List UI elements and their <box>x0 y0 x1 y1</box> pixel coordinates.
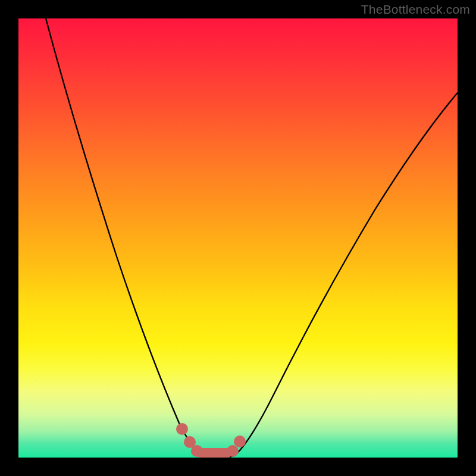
svg-point-4 <box>227 445 239 457</box>
chart-frame: TheBottleneck.com <box>0 0 476 476</box>
plot-area <box>18 18 458 458</box>
watermark-text: TheBottleneck.com <box>361 2 470 17</box>
svg-rect-3 <box>197 448 231 458</box>
svg-point-0 <box>176 423 188 435</box>
valley-markers <box>176 423 246 458</box>
curve-left <box>46 18 202 456</box>
curve-right <box>235 93 458 455</box>
svg-point-5 <box>234 436 246 447</box>
bottleneck-curve <box>18 18 458 458</box>
